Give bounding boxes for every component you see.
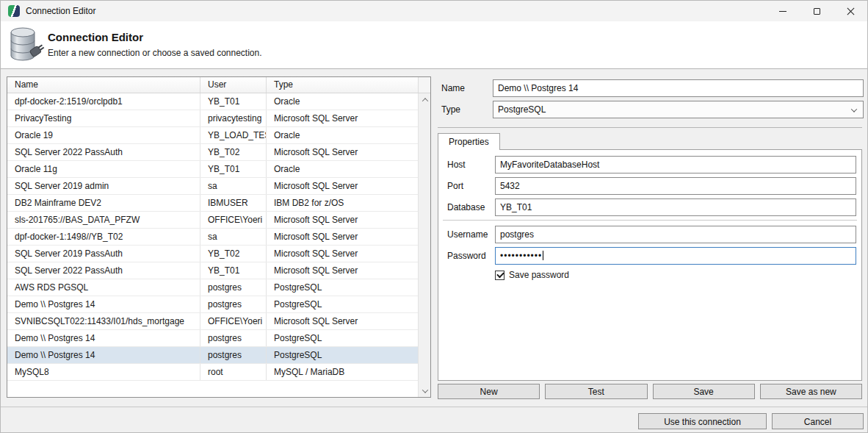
row-name-cell: Demo \\ Postgres 14 (7, 296, 200, 312)
table-row[interactable]: SQL Server 2022 PassAuth YB_T01 Microsof… (7, 262, 418, 279)
password-masked-text: ••••••••••• (500, 251, 542, 261)
row-type-cell: Oracle (266, 93, 418, 110)
database-connection-icon (7, 25, 45, 67)
row-user-cell: sa (200, 229, 266, 245)
row-user-cell: YB_T02 (200, 144, 266, 160)
save-password-checkbox[interactable] (495, 271, 504, 280)
row-user-cell: YB_T01 (200, 161, 266, 177)
row-user-cell: YB_T01 (200, 262, 266, 279)
row-type-cell: PostgreSQL (266, 296, 418, 312)
close-button[interactable] (833, 1, 867, 21)
row-type-cell: PostgreSQL (266, 347, 418, 363)
table-scrollbar[interactable] (418, 93, 430, 397)
row-name-cell: Oracle 11g (7, 161, 200, 177)
row-user-cell: YB_LOAD_TEST (200, 127, 266, 143)
table-row[interactable]: MySQL8 root MySQL / MariaDB (7, 364, 418, 381)
header-scroll-spacer (418, 77, 430, 93)
table-row[interactable]: SVNIBCSQLT022:11433/I01/hds_mortgage OFF… (7, 313, 418, 330)
username-input[interactable] (495, 226, 856, 243)
page-title: Connection Editor (48, 31, 143, 43)
row-name-cell: dpf-docker-2:1519/orclpdb1 (7, 93, 200, 110)
maximize-icon (814, 8, 820, 15)
new-button[interactable]: New (438, 384, 540, 399)
row-name-cell: MySQL8 (7, 364, 200, 380)
row-user-cell: YB_T02 (200, 246, 266, 262)
table-row[interactable]: Demo \\ Postgres 14 postgres PostgreSQL (7, 330, 418, 347)
text-caret (543, 251, 543, 260)
close-icon (847, 7, 855, 15)
table-row[interactable]: DB2 Mainframe DEV2 IBMUSER IBM DB2 for z… (7, 195, 418, 212)
table-row[interactable]: PrivacyTesting privacytesting Microsoft … (7, 110, 418, 127)
use-this-connection-button[interactable]: Use this connection (638, 413, 767, 429)
row-user-cell: OFFICE\Yoeri (200, 212, 266, 228)
row-name-cell: dpf-docker-1:1498//YB_T02 (7, 229, 200, 245)
save-button[interactable]: Save (653, 384, 755, 399)
name-label: Name (441, 79, 493, 97)
password-label: Password (447, 247, 493, 265)
column-header-name[interactable]: Name (7, 77, 200, 93)
port-input[interactable] (495, 177, 856, 195)
row-name-cell: sls-201765://BAS_DATA_PFZW (7, 212, 200, 228)
table-row[interactable]: Demo \\ Postgres 14 postgres PostgreSQL (7, 347, 418, 364)
row-name-cell: SVNIBCSQLT022:11433/I01/hds_mortgage (7, 313, 200, 329)
table-row[interactable]: AWS RDS PGSQL postgres PostgreSQL (7, 279, 418, 296)
table-row[interactable]: dpf-docker-1:1498//YB_T02 sa Microsoft S… (7, 229, 418, 246)
table-row[interactable]: SQL Server 2019 admin sa Microsoft SQL S… (7, 178, 418, 195)
maximize-button[interactable] (800, 1, 833, 21)
table-row[interactable]: SQL Server 2022 PassAuth YB_T02 Microsof… (7, 144, 418, 161)
title-bar: Connection Editor (1, 1, 867, 21)
host-label: Host (447, 156, 493, 173)
row-type-cell: Microsoft SQL Server (266, 212, 418, 228)
row-type-cell: PostgreSQL (266, 330, 418, 346)
table-row[interactable]: Demo \\ Postgres 14 postgres PostgreSQL (7, 296, 418, 313)
host-input[interactable] (495, 156, 856, 173)
save-password-checkbox-row[interactable]: Save password (495, 269, 569, 281)
row-name-cell: SQL Server 2019 admin (7, 178, 200, 194)
row-type-cell: MySQL / MariaDB (266, 364, 418, 380)
dialog-header: Connection Editor Enter a new connection… (1, 21, 867, 69)
cancel-button[interactable]: Cancel (772, 413, 864, 429)
scroll-up-button[interactable] (419, 93, 431, 106)
saved-connections-table: Name User Type dpf-docker-2:1519/orclpdb… (7, 76, 431, 398)
row-user-cell: IBMUSER (200, 195, 266, 211)
type-select-value: PostgreSQL (498, 104, 546, 115)
row-name-cell: PrivacyTesting (7, 110, 200, 126)
row-name-cell: Oracle 19 (7, 127, 200, 143)
table-row[interactable]: SQL Server 2019 PassAuth YB_T02 Microsof… (7, 246, 418, 262)
type-select[interactable]: PostgreSQL (493, 101, 864, 118)
row-type-cell: Oracle (266, 127, 418, 143)
username-label: Username (447, 226, 493, 243)
row-name-cell: SQL Server 2022 PassAuth (7, 144, 200, 160)
row-user-cell: postgres (200, 279, 266, 296)
column-header-user[interactable]: User (200, 77, 266, 93)
tab-properties[interactable]: Properties (438, 133, 500, 150)
table-row[interactable]: dpf-docker-2:1519/orclpdb1 YB_T01 Oracle (7, 93, 418, 110)
chevron-down-icon (422, 387, 427, 393)
combo-chevron-down-icon (851, 106, 857, 112)
table-header: Name User Type (7, 77, 430, 93)
row-type-cell: Microsoft SQL Server (266, 262, 418, 279)
connection-table-body: dpf-docker-2:1519/orclpdb1 YB_T01 Oracle… (7, 93, 418, 397)
password-input[interactable]: ••••••••••• (495, 247, 856, 265)
row-type-cell: IBM DB2 for z/OS (266, 195, 418, 211)
app-logo-icon (8, 5, 20, 17)
row-name-cell: DB2 Mainframe DEV2 (7, 195, 200, 211)
table-row[interactable]: sls-201765://BAS_DATA_PFZW OFFICE\Yoeri … (7, 212, 418, 229)
database-input[interactable] (495, 198, 856, 216)
minimize-icon (779, 11, 786, 12)
table-row[interactable]: Oracle 19 YB_LOAD_TEST Oracle (7, 127, 418, 144)
name-input[interactable] (493, 79, 864, 97)
table-row[interactable]: Oracle 11g YB_T01 Oracle (7, 161, 418, 178)
column-header-type[interactable]: Type (266, 77, 418, 93)
minimize-button[interactable] (766, 1, 800, 21)
footer-separator (1, 407, 867, 407)
save-as-new-button[interactable]: Save as new (760, 384, 862, 399)
test-button[interactable]: Test (545, 384, 647, 399)
row-user-cell: sa (200, 178, 266, 194)
row-user-cell: postgres (200, 330, 266, 346)
row-user-cell: postgres (200, 347, 266, 363)
form-separator (438, 127, 862, 128)
save-password-label: Save password (509, 270, 569, 280)
scroll-down-button[interactable] (419, 384, 431, 397)
row-user-cell: privacytesting (200, 110, 266, 126)
